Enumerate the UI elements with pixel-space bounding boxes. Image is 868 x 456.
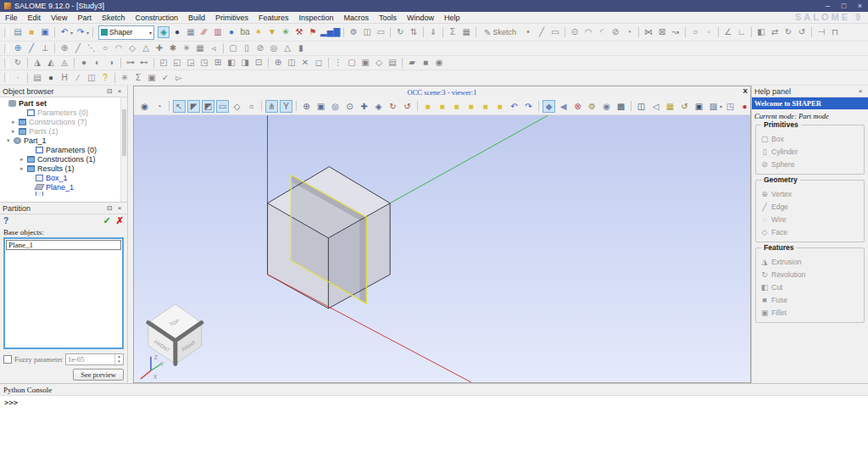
toolbar-grip[interactable]: [4, 28, 8, 37]
tree-scrollbar[interactable]: [120, 97, 127, 202]
revolution-fuse-icon[interactable]: ◑: [105, 57, 117, 69]
extrusion-feature-icon[interactable]: ◮: [31, 57, 43, 69]
toolbar-grip[interactable]: [4, 58, 8, 68]
doc-tool-icon[interactable]: ▤: [31, 72, 43, 84]
pin-tool-icon[interactable]: ·: [12, 72, 24, 84]
sketch-line-icon[interactable]: ╱: [536, 26, 548, 38]
back-view-icon[interactable]: ■: [436, 100, 448, 113]
revolution-feature-icon[interactable]: ●: [78, 57, 90, 69]
sketch-translate-icon[interactable]: ⇄: [769, 26, 781, 38]
picture-tool-icon[interactable]: ▦: [194, 42, 206, 54]
spin-down-icon[interactable]: ▾: [115, 359, 123, 364]
new-document-icon[interactable]: ▤: [12, 26, 24, 38]
partition-feature-icon[interactable]: ⋮: [332, 57, 344, 69]
apply-tool-icon[interactable]: ✓: [159, 72, 171, 84]
cancel-cross-icon[interactable]: ✗: [116, 215, 124, 226]
rotation-icon[interactable]: ↻: [387, 100, 399, 113]
orbit-gear-icon[interactable]: ⚙: [586, 100, 598, 113]
tree-item-parts-1-[interactable]: ▸Parts (1): [0, 126, 127, 136]
help-item-edge[interactable]: ╱Edge: [760, 200, 860, 213]
float-panel-icon[interactable]: ⊡: [104, 204, 114, 212]
catalog-icon[interactable]: ↻: [394, 26, 406, 38]
help-item-sphere[interactable]: ⊘Sphere: [760, 158, 860, 170]
face-tool-icon[interactable]: ◇: [126, 42, 138, 54]
right-view-icon[interactable]: ■: [493, 100, 506, 113]
sketch-arc-tangent-icon[interactable]: ◜: [596, 26, 608, 38]
placement-tool-2-icon[interactable]: ◱: [171, 57, 183, 69]
sketch-multi-copy-icon[interactable]: ↺: [796, 26, 808, 38]
view-settings-icon[interactable]: ◳: [724, 100, 737, 113]
cleanup-tool-icon[interactable]: ∕: [72, 72, 84, 84]
menu-part[interactable]: Part: [72, 14, 97, 22]
menu-window[interactable]: Window: [402, 14, 439, 22]
plane-feature-icon[interactable]: ⊥: [39, 42, 51, 54]
menu-tools[interactable]: Tools: [374, 14, 402, 22]
shaper-module-icon[interactable]: ◈: [158, 26, 170, 38]
globe-module-icon[interactable]: ●: [225, 26, 237, 38]
parameters-sigma-icon[interactable]: Σ: [447, 26, 459, 38]
solid-tool-3-icon[interactable]: ◇: [373, 57, 385, 69]
help-item-fuse[interactable]: ■Fuse: [760, 293, 860, 306]
wireframe-tool-icon[interactable]: H: [58, 72, 70, 84]
help-item-cylinder[interactable]: ▯Cylinder: [760, 145, 860, 158]
help-item-vertex[interactable]: ⊕Vertex: [760, 187, 860, 200]
top-view-icon[interactable]: ■: [450, 100, 463, 113]
side-projection-icon[interactable]: ◀: [557, 100, 570, 113]
clipping-icon[interactable]: ◫: [635, 100, 648, 113]
tree-scrollbar-thumb[interactable]: [122, 109, 126, 156]
sketch-point-icon[interactable]: •: [522, 26, 534, 38]
update-tool-icon[interactable]: ✳: [119, 72, 131, 84]
menu-edit[interactable]: Edit: [23, 14, 47, 22]
settings-icon[interactable]: ⚙: [348, 26, 359, 38]
copy-object-icon[interactable]: ◫: [361, 26, 373, 38]
box-primitive-icon[interactable]: ▢: [227, 42, 239, 54]
placement-tool-7-icon[interactable]: ◨: [239, 57, 251, 69]
layers-tool-icon[interactable]: ◫: [86, 72, 97, 84]
rotate-feature-icon[interactable]: ↻: [12, 57, 24, 69]
redo-view-icon[interactable]: ↷: [522, 100, 535, 113]
minimize-button[interactable]: –: [820, 0, 836, 12]
placement-tool-5-icon[interactable]: ⊞: [212, 57, 224, 69]
stereo-sphere-icon[interactable]: ●: [738, 100, 750, 113]
placement-tool-8-icon[interactable]: ⊡: [253, 57, 264, 69]
viewport-close-icon[interactable]: ×: [743, 86, 748, 96]
help-item-box[interactable]: ▢Box: [760, 132, 860, 145]
fit-all-icon[interactable]: ⊙: [343, 100, 356, 113]
sketch-button[interactable]: ✎ Sketch: [481, 26, 520, 39]
show-trihedron-icon[interactable]: ⋔: [265, 100, 278, 113]
extrusion-cut-icon[interactable]: ◭: [45, 57, 57, 69]
static-trihedron-icon[interactable]: Y: [280, 100, 292, 113]
mesh-module-icon[interactable]: ▦: [185, 26, 197, 38]
presentation-params-icon[interactable]: ▣: [693, 100, 705, 113]
sketch-fillet-icon[interactable]: ○: [689, 26, 701, 38]
tools-module-icon[interactable]: ⚒: [293, 26, 305, 38]
wheel-module-icon[interactable]: ✳: [280, 26, 292, 38]
scene-rotate-icon[interactable]: ↺: [678, 100, 691, 113]
assembly-tool-1-icon[interactable]: ▰: [406, 57, 418, 69]
tree-item-box-1[interactable]: Box_1: [0, 173, 127, 182]
solid-tool-2-icon[interactable]: ▣: [359, 57, 371, 69]
loft-feature-icon[interactable]: ⊷: [138, 57, 150, 69]
expander-icon[interactable]: ▾: [7, 137, 14, 144]
group-tool-icon[interactable]: ✱: [167, 42, 179, 54]
sketch-mirror-icon[interactable]: ⋈: [643, 26, 654, 38]
graduated-axes-icon[interactable]: ▦: [664, 100, 676, 113]
sketch-drawer-icon[interactable]: ⊕: [12, 42, 24, 54]
base-object-item[interactable]: Plane_1: [6, 240, 121, 250]
boolean-fuse-icon[interactable]: ⊕: [272, 57, 284, 69]
redo-dropdown-icon[interactable]: ▾: [86, 30, 89, 36]
selection-cursor-icon[interactable]: ◤: [187, 100, 200, 113]
sketch-perpendicular-icon[interactable]: ∟: [736, 26, 748, 38]
menu-construction[interactable]: Construction: [130, 14, 183, 22]
boolean-smash-icon[interactable]: ◻: [313, 57, 325, 69]
apply-check-icon[interactable]: ✓: [103, 215, 111, 226]
polygon-selection-icon[interactable]: ◇: [231, 100, 243, 113]
bucket-module-icon[interactable]: ▼: [266, 26, 278, 38]
expander-icon[interactable]: ▸: [20, 156, 27, 163]
rect-selection-icon[interactable]: ▭: [216, 100, 229, 113]
expander-icon[interactable]: ▸: [12, 128, 19, 135]
extrusion-fuse-icon[interactable]: ◬: [58, 57, 70, 69]
dump-study-icon[interactable]: ⇓: [427, 26, 439, 38]
menu-inspection[interactable]: Inspection: [294, 14, 339, 22]
shading-tool-icon[interactable]: ●: [45, 72, 57, 84]
